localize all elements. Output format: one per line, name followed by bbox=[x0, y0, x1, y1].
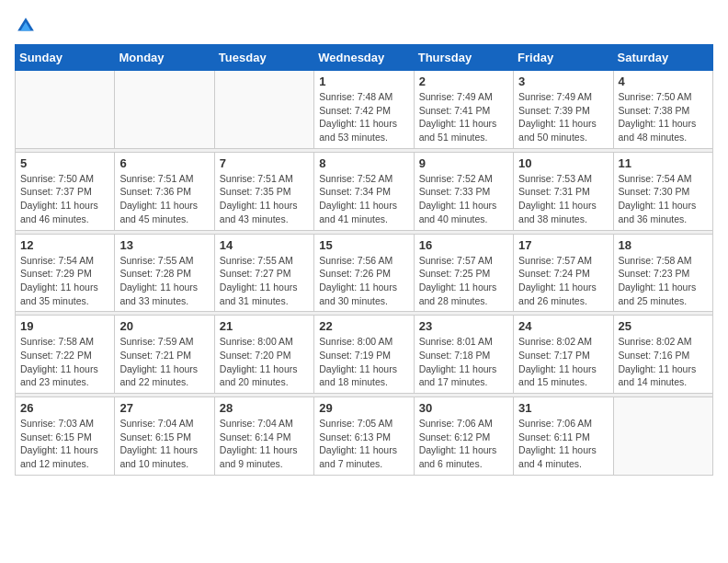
calendar-cell: 11Sunrise: 7:54 AMSunset: 7:30 PMDayligh… bbox=[613, 152, 712, 230]
calendar-cell: 10Sunrise: 7:53 AMSunset: 7:31 PMDayligh… bbox=[514, 152, 613, 230]
calendar-cell: 9Sunrise: 7:52 AMSunset: 7:33 PMDaylight… bbox=[414, 152, 513, 230]
calendar-week-row: 19Sunrise: 7:58 AMSunset: 7:22 PMDayligh… bbox=[16, 316, 713, 394]
calendar-cell: 2Sunrise: 7:49 AMSunset: 7:41 PMDaylight… bbox=[414, 71, 513, 149]
day-number: 14 bbox=[220, 238, 309, 252]
page-header bbox=[15, 15, 713, 37]
day-number: 11 bbox=[619, 156, 708, 170]
calendar-cell: 6Sunrise: 7:51 AMSunset: 7:36 PMDaylight… bbox=[115, 152, 214, 230]
calendar-cell: 13Sunrise: 7:55 AMSunset: 7:28 PMDayligh… bbox=[115, 234, 214, 312]
calendar-week-row: 26Sunrise: 7:03 AMSunset: 6:15 PMDayligh… bbox=[16, 397, 713, 476]
day-info: Sunrise: 7:54 AMSunset: 7:30 PMDaylight:… bbox=[619, 172, 708, 226]
day-info: Sunrise: 7:53 AMSunset: 7:31 PMDaylight:… bbox=[518, 172, 608, 226]
day-info: Sunrise: 7:04 AMSunset: 6:14 PMDaylight:… bbox=[220, 417, 309, 471]
calendar-cell: 20Sunrise: 7:59 AMSunset: 7:21 PMDayligh… bbox=[115, 316, 214, 394]
day-number: 5 bbox=[20, 156, 109, 170]
day-info: Sunrise: 7:48 AMSunset: 7:42 PMDaylight:… bbox=[319, 90, 408, 144]
calendar-cell: 12Sunrise: 7:54 AMSunset: 7:29 PMDayligh… bbox=[16, 234, 115, 312]
day-info: Sunrise: 8:00 AMSunset: 7:20 PMDaylight:… bbox=[220, 335, 309, 389]
calendar-cell bbox=[115, 71, 214, 149]
day-info: Sunrise: 7:51 AMSunset: 7:35 PMDaylight:… bbox=[220, 172, 309, 226]
day-number: 27 bbox=[119, 401, 209, 415]
calendar-cell: 4Sunrise: 7:50 AMSunset: 7:38 PMDaylight… bbox=[613, 71, 712, 149]
day-number: 19 bbox=[20, 319, 109, 333]
day-number: 28 bbox=[220, 401, 309, 415]
day-info: Sunrise: 7:56 AMSunset: 7:26 PMDaylight:… bbox=[319, 254, 408, 308]
day-info: Sunrise: 7:04 AMSunset: 6:15 PMDaylight:… bbox=[119, 417, 209, 471]
day-info: Sunrise: 7:58 AMSunset: 7:22 PMDaylight:… bbox=[20, 335, 109, 389]
day-info: Sunrise: 8:01 AMSunset: 7:18 PMDaylight:… bbox=[419, 335, 508, 389]
day-info: Sunrise: 7:05 AMSunset: 6:13 PMDaylight:… bbox=[319, 417, 408, 471]
header-day-tuesday: Tuesday bbox=[214, 45, 313, 71]
day-info: Sunrise: 7:03 AMSunset: 6:15 PMDaylight:… bbox=[20, 417, 109, 471]
day-info: Sunrise: 7:59 AMSunset: 7:21 PMDaylight:… bbox=[119, 335, 209, 389]
calendar-cell: 29Sunrise: 7:05 AMSunset: 6:13 PMDayligh… bbox=[314, 397, 414, 476]
calendar-cell bbox=[16, 71, 115, 149]
calendar-cell: 30Sunrise: 7:06 AMSunset: 6:12 PMDayligh… bbox=[414, 397, 513, 476]
day-info: Sunrise: 7:06 AMSunset: 6:11 PMDaylight:… bbox=[518, 417, 608, 471]
day-number: 1 bbox=[319, 75, 408, 88]
day-number: 22 bbox=[319, 319, 408, 333]
day-info: Sunrise: 7:55 AMSunset: 7:28 PMDaylight:… bbox=[119, 254, 209, 308]
calendar-cell: 17Sunrise: 7:57 AMSunset: 7:24 PMDayligh… bbox=[514, 234, 613, 312]
day-number: 17 bbox=[518, 238, 608, 252]
day-number: 15 bbox=[319, 238, 408, 252]
header-day-monday: Monday bbox=[115, 45, 214, 71]
calendar-cell: 22Sunrise: 8:00 AMSunset: 7:19 PMDayligh… bbox=[314, 316, 414, 394]
day-info: Sunrise: 7:57 AMSunset: 7:25 PMDaylight:… bbox=[419, 254, 508, 308]
calendar-week-row: 1Sunrise: 7:48 AMSunset: 7:42 PMDaylight… bbox=[16, 71, 713, 149]
day-info: Sunrise: 7:51 AMSunset: 7:36 PMDaylight:… bbox=[119, 172, 209, 226]
day-number: 13 bbox=[119, 238, 209, 252]
day-number: 20 bbox=[119, 319, 209, 333]
calendar-cell: 18Sunrise: 7:58 AMSunset: 7:23 PMDayligh… bbox=[613, 234, 712, 312]
day-info: Sunrise: 8:00 AMSunset: 7:19 PMDaylight:… bbox=[319, 335, 408, 389]
calendar-cell: 25Sunrise: 8:02 AMSunset: 7:16 PMDayligh… bbox=[613, 316, 712, 394]
calendar-cell: 19Sunrise: 7:58 AMSunset: 7:22 PMDayligh… bbox=[16, 316, 115, 394]
calendar-cell bbox=[613, 397, 712, 476]
day-number: 9 bbox=[419, 156, 508, 170]
day-info: Sunrise: 8:02 AMSunset: 7:16 PMDaylight:… bbox=[619, 335, 708, 389]
day-info: Sunrise: 7:57 AMSunset: 7:24 PMDaylight:… bbox=[518, 254, 608, 308]
day-number: 3 bbox=[518, 75, 608, 88]
calendar-table: SundayMondayTuesdayWednesdayThursdayFrid… bbox=[15, 44, 713, 476]
day-info: Sunrise: 7:06 AMSunset: 6:12 PMDaylight:… bbox=[419, 417, 508, 471]
calendar-cell: 27Sunrise: 7:04 AMSunset: 6:15 PMDayligh… bbox=[115, 397, 214, 476]
day-info: Sunrise: 7:49 AMSunset: 7:39 PMDaylight:… bbox=[518, 90, 608, 144]
day-number: 26 bbox=[20, 401, 109, 415]
calendar-cell: 24Sunrise: 8:02 AMSunset: 7:17 PMDayligh… bbox=[514, 316, 613, 394]
day-info: Sunrise: 7:52 AMSunset: 7:33 PMDaylight:… bbox=[419, 172, 508, 226]
calendar-cell: 5Sunrise: 7:50 AMSunset: 7:37 PMDaylight… bbox=[16, 152, 115, 230]
header-day-sunday: Sunday bbox=[16, 45, 115, 71]
day-number: 2 bbox=[419, 75, 508, 88]
day-info: Sunrise: 8:02 AMSunset: 7:17 PMDaylight:… bbox=[518, 335, 608, 389]
day-number: 10 bbox=[518, 156, 608, 170]
day-info: Sunrise: 7:55 AMSunset: 7:27 PMDaylight:… bbox=[220, 254, 309, 308]
calendar-cell: 16Sunrise: 7:57 AMSunset: 7:25 PMDayligh… bbox=[414, 234, 513, 312]
day-info: Sunrise: 7:50 AMSunset: 7:37 PMDaylight:… bbox=[20, 172, 109, 226]
calendar-week-row: 5Sunrise: 7:50 AMSunset: 7:37 PMDaylight… bbox=[16, 152, 713, 230]
day-number: 31 bbox=[518, 401, 608, 415]
logo-icon bbox=[15, 15, 37, 37]
calendar-cell: 15Sunrise: 7:56 AMSunset: 7:26 PMDayligh… bbox=[314, 234, 414, 312]
calendar-cell: 8Sunrise: 7:52 AMSunset: 7:34 PMDaylight… bbox=[314, 152, 414, 230]
day-number: 29 bbox=[319, 401, 408, 415]
header-day-friday: Friday bbox=[514, 45, 613, 71]
day-number: 8 bbox=[319, 156, 408, 170]
header-day-thursday: Thursday bbox=[414, 45, 513, 71]
calendar-cell: 1Sunrise: 7:48 AMSunset: 7:42 PMDaylight… bbox=[314, 71, 414, 149]
day-number: 16 bbox=[419, 238, 508, 252]
day-info: Sunrise: 7:52 AMSunset: 7:34 PMDaylight:… bbox=[319, 172, 408, 226]
logo bbox=[15, 15, 40, 37]
calendar-cell: 14Sunrise: 7:55 AMSunset: 7:27 PMDayligh… bbox=[214, 234, 313, 312]
calendar-cell: 31Sunrise: 7:06 AMSunset: 6:11 PMDayligh… bbox=[514, 397, 613, 476]
calendar-cell: 28Sunrise: 7:04 AMSunset: 6:14 PMDayligh… bbox=[214, 397, 313, 476]
day-info: Sunrise: 7:49 AMSunset: 7:41 PMDaylight:… bbox=[419, 90, 508, 144]
calendar-cell: 3Sunrise: 7:49 AMSunset: 7:39 PMDaylight… bbox=[514, 71, 613, 149]
day-number: 7 bbox=[220, 156, 309, 170]
calendar-cell: 7Sunrise: 7:51 AMSunset: 7:35 PMDaylight… bbox=[214, 152, 313, 230]
day-number: 4 bbox=[619, 75, 708, 88]
header-day-wednesday: Wednesday bbox=[314, 45, 414, 71]
day-info: Sunrise: 7:50 AMSunset: 7:38 PMDaylight:… bbox=[619, 90, 708, 144]
day-number: 30 bbox=[419, 401, 508, 415]
calendar-cell: 26Sunrise: 7:03 AMSunset: 6:15 PMDayligh… bbox=[16, 397, 115, 476]
day-number: 24 bbox=[518, 319, 608, 333]
